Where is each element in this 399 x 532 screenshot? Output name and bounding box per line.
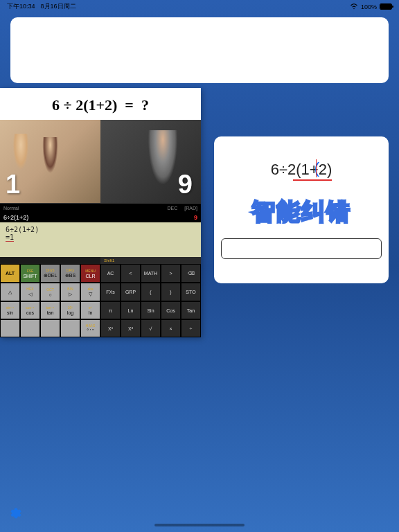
meme-answer-9: 9 [178,170,193,200]
calc-key-Cos[interactable]: Cos [161,301,181,319]
calc-key-tan[interactable]: tan⁻¹tan [40,301,60,319]
calc-key-√[interactable]: √ [141,319,161,337]
calc-key-GRP[interactable]: GRP [121,283,141,301]
calc-key-Tan[interactable]: Tan [181,301,201,319]
calc-key-○[interactable]: OCT○ [40,283,60,301]
calc-key-CLR[interactable]: MENUCLR [80,264,100,283]
calc-key-FXs[interactable]: FXs [100,283,121,301]
wifi-icon [350,3,358,10]
calc-key-([interactable]: ( [141,283,161,301]
home-indicator[interactable] [154,524,245,526]
calc-key-)[interactable]: ) [161,283,181,301]
calc-key-Ln[interactable]: Ln [121,301,141,319]
calc-key-blank[interactable] [60,319,80,337]
top-white-card [10,17,389,83]
meme-image-left: 1 [0,120,100,203]
meme-image-right: 9 [100,120,201,203]
calc-key-⌫[interactable]: ⌫ [181,264,201,283]
feature-label: 智能纠错 [251,196,351,228]
meme-equation: 6 ÷ 2(1+2) = ? [0,88,201,120]
calc-key-▽[interactable]: abs▽ [80,283,100,301]
calc-key-⊕BS[interactable]: DRG⊕BS [60,264,80,283]
calc-key-STO[interactable]: STO [181,283,201,301]
error-correction-card: 6÷2(1+2) ( 智能纠错 [214,136,389,283]
calc-key-° ' "[interactable]: H:M:S° ' " [80,319,100,337]
calc-key-SHIFT[interactable]: FSESHIFT [20,264,40,283]
calc-key-Sin[interactable]: Sin [141,301,161,319]
status-date: 8月16日周二 [41,2,76,11]
settings-icon[interactable] [8,504,24,520]
calc-key-◁[interactable]: HEX◁ [20,283,40,301]
input-box[interactable] [221,238,382,259]
calc-key-X²[interactable]: X² [121,319,141,337]
calc-key-×[interactable]: × [161,319,181,337]
calc-result-line: 6÷2(1+2) 9 [0,213,201,222]
calc-key-Xⁿ[interactable]: Xⁿ [100,319,121,337]
calc-key-÷[interactable]: ÷ [181,319,201,337]
calc-key->[interactable]: > [161,264,181,283]
calc-key-blank[interactable] [20,319,40,337]
calc-keypad: Shift1 [0,257,201,264]
meme-calculator-panel: 6 ÷ 2(1+2) = ? 1 9 Normal DEC [RAD] 6÷2(… [0,88,201,337]
battery-icon [380,3,392,10]
battery-pct: 100% [361,3,377,10]
calc-key-blank[interactable] [0,319,20,337]
calc-key-log[interactable]: 10ˣlog [60,301,80,319]
calc-key-blank[interactable] [40,319,60,337]
calc-key-In[interactable]: eˣIn [80,301,100,319]
status-time: 下午10:34 [7,2,35,11]
calc-key-AC[interactable]: AC [100,264,121,283]
calc-key-sin[interactable]: sin⁻¹sin [0,301,20,319]
calc-key-△[interactable]: △ [0,283,20,301]
calc-key-π[interactable]: π [100,301,121,319]
calc-key-MATH[interactable]: MATH [141,264,161,283]
svg-point-0 [353,8,355,10]
calc-key-⊕DEL[interactable]: DIGS⊕DEL [40,264,60,283]
correction-expression: 6÷2(1+2) ( [271,161,332,179]
calc-key-<[interactable]: < [121,264,141,283]
status-bar: 下午10:34 8月16日周二 100% [0,0,399,13]
calc-status-bar: Normal DEC [RAD] [0,203,201,213]
calc-key-cos[interactable]: cos⁻¹cos [20,301,40,319]
calc-key-ALT[interactable]: ALT [0,264,20,283]
calc-lcd-screen: 6÷2(1+2) =1 [0,222,201,257]
calc-key-▷[interactable]: BIN▷ [60,283,80,301]
meme-answer-1: 1 [6,170,20,200]
